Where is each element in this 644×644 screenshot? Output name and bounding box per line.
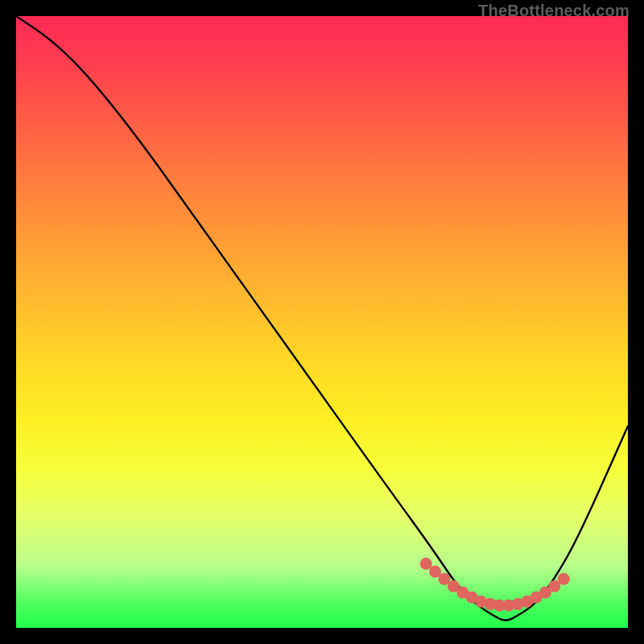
- marker-dot: [420, 558, 432, 570]
- watermark-text: TheBottleneck.com: [478, 2, 630, 20]
- curve-line: [16, 16, 628, 621]
- chart-svg: [16, 16, 628, 628]
- chart-frame: TheBottleneck.com: [0, 0, 644, 644]
- plot-area: [16, 16, 628, 628]
- curve-markers: [420, 558, 570, 612]
- marker-dot: [558, 573, 570, 585]
